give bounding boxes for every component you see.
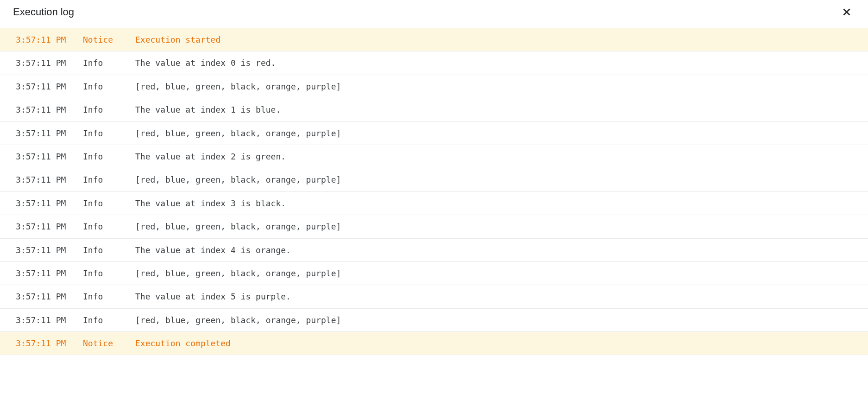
log-level: Info [83, 245, 135, 255]
log-row: 3:57:11 PMInfoThe value at index 2 is gr… [0, 145, 868, 168]
log-entries: 3:57:11 PMNoticeExecution started3:57:11… [0, 28, 868, 355]
log-row: 3:57:11 PMInfo[red, blue, green, black, … [0, 262, 868, 285]
log-message: The value at index 3 is black. [135, 198, 852, 209]
log-time: 3:57:11 PM [16, 104, 83, 115]
log-row: 3:57:11 PMInfo[red, blue, green, black, … [0, 122, 868, 145]
log-message: [red, blue, green, black, orange, purple… [135, 268, 852, 279]
log-time: 3:57:11 PM [16, 174, 83, 185]
log-time: 3:57:11 PM [16, 57, 83, 68]
log-time: 3:57:11 PM [16, 291, 83, 302]
log-row: 3:57:11 PMInfo[red, blue, green, black, … [0, 168, 868, 191]
log-level: Info [83, 268, 135, 279]
log-row: 3:57:11 PMNoticeExecution completed [0, 332, 868, 355]
log-message: The value at index 4 is orange. [135, 245, 852, 255]
log-time: 3:57:11 PM [16, 128, 83, 139]
close-icon [841, 6, 852, 18]
log-level: Info [83, 221, 135, 232]
log-row: 3:57:11 PMNoticeExecution started [0, 28, 868, 51]
log-time: 3:57:11 PM [16, 245, 83, 255]
log-message: [red, blue, green, black, orange, purple… [135, 221, 852, 232]
log-time: 3:57:11 PM [16, 338, 83, 349]
log-message: [red, blue, green, black, orange, purple… [135, 128, 852, 139]
log-row: 3:57:11 PMInfo[red, blue, green, black, … [0, 215, 868, 238]
log-level: Info [83, 151, 135, 162]
log-message: Execution started [135, 34, 852, 45]
log-time: 3:57:11 PM [16, 81, 83, 92]
log-time: 3:57:11 PM [16, 268, 83, 279]
log-time: 3:57:11 PM [16, 151, 83, 162]
log-level: Info [83, 315, 135, 325]
log-level: Info [83, 198, 135, 209]
log-time: 3:57:11 PM [16, 198, 83, 209]
log-row: 3:57:11 PMInfo[red, blue, green, black, … [0, 309, 868, 332]
log-message: [red, blue, green, black, orange, purple… [135, 81, 852, 92]
log-level: Info [83, 128, 135, 139]
log-row: 3:57:11 PMInfoThe value at index 0 is re… [0, 51, 868, 75]
log-row: 3:57:11 PMInfoThe value at index 5 is pu… [0, 285, 868, 308]
log-level: Info [83, 291, 135, 302]
log-row: 3:57:11 PMInfoThe value at index 1 is bl… [0, 98, 868, 121]
log-row: 3:57:11 PMInfoThe value at index 4 is or… [0, 239, 868, 262]
log-level: Notice [83, 338, 135, 349]
log-row: 3:57:11 PMInfoThe value at index 3 is bl… [0, 192, 868, 215]
log-message: The value at index 5 is purple. [135, 291, 852, 302]
close-button[interactable] [838, 4, 855, 20]
execution-log-header: Execution log [0, 0, 868, 28]
log-level: Info [83, 174, 135, 185]
panel-title: Execution log [13, 6, 74, 18]
log-message: [red, blue, green, black, orange, purple… [135, 315, 852, 325]
log-time: 3:57:11 PM [16, 34, 83, 45]
log-time: 3:57:11 PM [16, 315, 83, 325]
log-message: The value at index 2 is green. [135, 151, 852, 162]
log-message: [red, blue, green, black, orange, purple… [135, 174, 852, 185]
log-message: The value at index 0 is red. [135, 57, 852, 68]
log-row: 3:57:11 PMInfo[red, blue, green, black, … [0, 75, 868, 98]
log-time: 3:57:11 PM [16, 221, 83, 232]
log-level: Info [83, 81, 135, 92]
log-message: The value at index 1 is blue. [135, 104, 852, 115]
log-level: Info [83, 104, 135, 115]
log-level: Info [83, 57, 135, 68]
log-level: Notice [83, 34, 135, 45]
log-message: Execution completed [135, 338, 852, 349]
